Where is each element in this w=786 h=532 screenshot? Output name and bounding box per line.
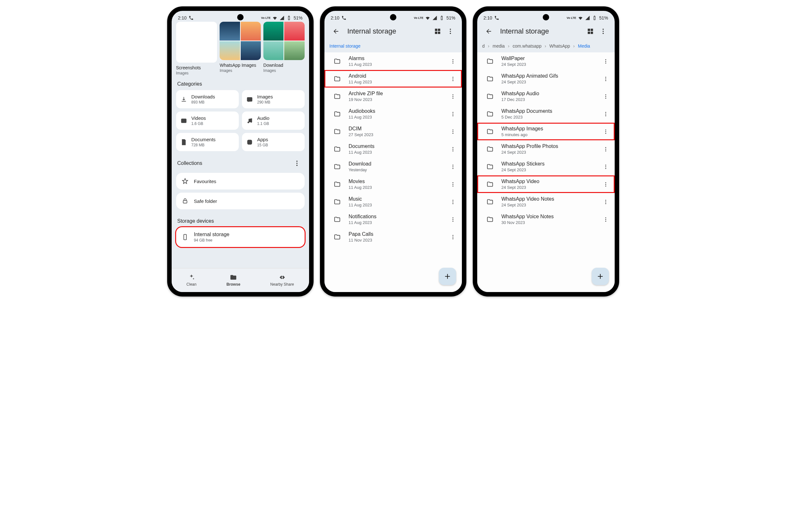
- back-button[interactable]: [329, 25, 342, 38]
- row-more-button[interactable]: [446, 199, 459, 205]
- folder-name: WhatsApp Animated Gifs: [502, 73, 599, 79]
- folder-row[interactable]: Documents11 Aug 2023: [324, 140, 462, 158]
- row-more-button[interactable]: [599, 146, 612, 152]
- svg-point-25: [452, 112, 453, 113]
- row-more-button[interactable]: [599, 129, 612, 135]
- row-more-button[interactable]: [446, 94, 459, 99]
- category-videos[interactable]: Videos1.6 GB: [176, 112, 239, 130]
- crumb[interactable]: WhatsApp: [550, 44, 570, 49]
- favourites-card[interactable]: Favourites: [176, 173, 305, 190]
- battery-pct: 51%: [446, 15, 455, 21]
- view-toggle-button[interactable]: [584, 25, 597, 38]
- row-more-button[interactable]: [599, 58, 612, 64]
- breadcrumb[interactable]: Internal storage: [324, 41, 462, 52]
- svg-rect-5: [248, 140, 252, 144]
- internal-storage-card[interactable]: Internal storage 94 GB free: [176, 227, 305, 247]
- breadcrumb[interactable]: d›media›com.whatsapp›WhatsApp›Media: [477, 41, 615, 52]
- crumb[interactable]: Internal storage: [329, 44, 361, 49]
- battery-pct: 51%: [294, 15, 302, 21]
- row-more-button[interactable]: [446, 76, 459, 82]
- row-more-button[interactable]: [446, 217, 459, 222]
- crumb[interactable]: media: [492, 44, 505, 49]
- svg-point-21: [452, 80, 453, 81]
- folder-row[interactable]: DCIM27 Sept 2023: [324, 123, 462, 140]
- fab-add[interactable]: [592, 268, 609, 285]
- folder-row[interactable]: DownloadYesterday: [324, 158, 462, 175]
- storage-sub: 94 GB free: [194, 238, 230, 243]
- status-time: 2:10: [178, 15, 187, 21]
- folder-icon: [484, 146, 496, 153]
- crumb[interactable]: com.whatsapp: [513, 44, 541, 49]
- nav-browse[interactable]: Browse: [226, 274, 240, 287]
- more-button[interactable]: [444, 25, 457, 38]
- category-downloads[interactable]: Downloads893 MB: [176, 90, 239, 108]
- row-more-button[interactable]: [599, 76, 612, 82]
- row-more-button[interactable]: [446, 234, 459, 240]
- category-images[interactable]: Images290 MB: [242, 90, 305, 108]
- folder-row[interactable]: Android11 Aug 2023: [324, 70, 462, 88]
- row-more-button[interactable]: [446, 146, 459, 152]
- folder-row[interactable]: WhatsApp Stickers24 Sept 2023: [477, 158, 615, 175]
- row-more-button[interactable]: [599, 94, 612, 99]
- folder-row[interactable]: WhatsApp Images5 minutes ago: [477, 123, 615, 140]
- crumb[interactable]: d: [482, 44, 485, 49]
- folder-row[interactable]: Music11 Aug 2023: [324, 193, 462, 211]
- folder-row[interactable]: Papa Calls11 Nov 2023: [324, 228, 462, 246]
- svg-point-74: [605, 184, 606, 185]
- safe-folder-card[interactable]: Safe folder: [176, 193, 305, 209]
- more-vert-icon: [447, 28, 454, 35]
- row-more-button[interactable]: [446, 182, 459, 187]
- tile-whatsapp-images[interactable]: WhatsApp Images Images: [219, 22, 261, 75]
- category-documents[interactable]: Documents728 MB: [176, 133, 239, 151]
- row-more-button[interactable]: [446, 164, 459, 170]
- folder-row[interactable]: Alarms11 Aug 2023: [324, 52, 462, 70]
- folder-row[interactable]: WhatsApp Animated Gifs24 Sept 2023: [477, 70, 615, 88]
- tile-screenshots[interactable]: Screenshots Images: [176, 22, 217, 75]
- folder-row[interactable]: Notifications11 Aug 2023: [324, 211, 462, 228]
- row-more-button[interactable]: [446, 58, 459, 64]
- folder-row[interactable]: WallPaper24 Sept 2023: [477, 52, 615, 70]
- svg-point-17: [452, 61, 453, 62]
- svg-point-24: [452, 97, 453, 98]
- folder-row[interactable]: Movies11 Aug 2023: [324, 175, 462, 193]
- folder-row[interactable]: WhatsApp Profile Photos24 Sept 2023: [477, 140, 615, 158]
- row-more-button[interactable]: [599, 164, 612, 170]
- view-toggle-button[interactable]: [431, 25, 444, 38]
- folder-date: 11 Aug 2023: [349, 220, 446, 225]
- folder-row[interactable]: WhatsApp Documents5 Dec 2023: [477, 105, 615, 123]
- folder-row[interactable]: WhatsApp Voice Notes30 Nov 2023: [477, 211, 615, 228]
- svg-point-62: [605, 114, 606, 114]
- back-button[interactable]: [482, 25, 495, 38]
- row-more-button[interactable]: [446, 111, 459, 117]
- folder-name: Notifications: [349, 214, 446, 219]
- row-more-button[interactable]: [446, 129, 459, 135]
- row-more-button[interactable]: [599, 111, 612, 117]
- folder-row[interactable]: WhatsApp Video Notes24 Sept 2023: [477, 193, 615, 211]
- folder-list[interactable]: WallPaper24 Sept 2023WhatsApp Animated G…: [477, 52, 615, 292]
- nav-clean[interactable]: Clean: [186, 274, 196, 287]
- folder-name: WhatsApp Video Notes: [502, 196, 599, 202]
- nav-nearby[interactable]: Nearby Share: [271, 274, 294, 287]
- more-button[interactable]: [597, 25, 609, 38]
- crumb[interactable]: Media: [578, 44, 590, 49]
- folder-row[interactable]: WhatsApp Video24 Sept 2023: [477, 175, 615, 193]
- fab-add[interactable]: [439, 268, 456, 285]
- folder-row[interactable]: Archive ZIP file19 Nov 2023: [324, 88, 462, 105]
- collections-more-button[interactable]: [291, 157, 303, 170]
- folder-icon: [331, 163, 344, 170]
- category-apps[interactable]: Apps15 GB: [242, 133, 305, 151]
- svg-point-34: [452, 165, 453, 166]
- row-more-button[interactable]: [599, 199, 612, 205]
- folder-date: 11 Aug 2023: [349, 150, 446, 155]
- svg-point-6: [248, 141, 249, 142]
- folder-list[interactable]: Alarms11 Aug 2023Android11 Aug 2023Archi…: [324, 52, 462, 292]
- row-more-button[interactable]: [599, 182, 612, 187]
- svg-point-41: [452, 201, 453, 202]
- svg-point-52: [605, 59, 606, 60]
- category-audio[interactable]: Audio1.1 GB: [242, 112, 305, 130]
- category-label: Audio: [257, 115, 270, 121]
- row-more-button[interactable]: [599, 217, 612, 222]
- folder-row[interactable]: Audiobooks11 Aug 2023: [324, 105, 462, 123]
- tile-download[interactable]: Download Images: [263, 22, 305, 75]
- folder-row[interactable]: WhatsApp Audio17 Dec 2023: [477, 88, 615, 105]
